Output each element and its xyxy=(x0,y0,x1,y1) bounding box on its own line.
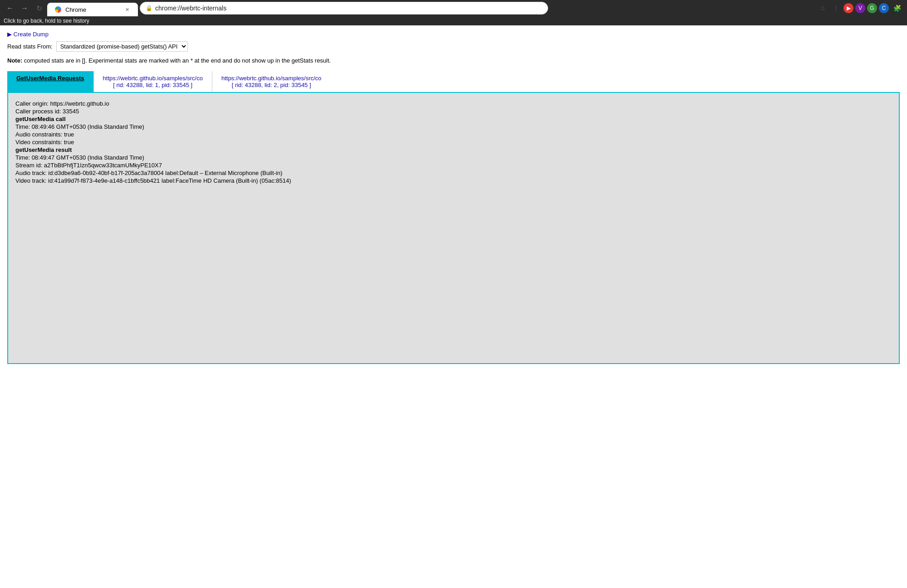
audio-constraints-line: Audio constraints: true xyxy=(15,131,892,138)
reload-button[interactable]: ↻ xyxy=(33,2,45,15)
extensions-puzzle-icon[interactable]: 🧩 xyxy=(891,2,903,15)
lock-icon: 🔒 xyxy=(146,5,152,11)
tab-link-1[interactable]: https://webrtc.github.io/samples/src/co … xyxy=(93,71,212,92)
tab-link-2-line2: [ rid: 43288, lid: 2, pid: 33545 ] xyxy=(232,82,311,88)
tooltip-bar: Click to go back, hold to see history xyxy=(0,16,907,25)
call-time-line: Time: 08:49:46 GMT+0530 (India Standard … xyxy=(15,123,892,130)
stream-id-line: Stream id: a2TbBtPhfjT1Izn5qwcw33tcamUMk… xyxy=(15,162,892,169)
audio-track-line: Audio track: id:d3dbe9a6-0b92-40bf-b17f-… xyxy=(15,170,892,176)
ext-icon-green[interactable]: G xyxy=(867,3,877,13)
call-time-label: Time: xyxy=(15,123,32,130)
tab-bar: ← → ↻ Chrome ✕ 🔒 chrome://webrtc-interna… xyxy=(0,0,907,16)
tab-link-1-line2: [ rid: 43288, lid: 1, pid: 33545 ] xyxy=(113,82,192,88)
caller-process-id-label: Caller process id: xyxy=(15,108,63,115)
browser-chrome: ← → ↻ Chrome ✕ 🔒 chrome://webrtc-interna… xyxy=(0,0,907,25)
tab-close-button[interactable]: ✕ xyxy=(123,6,131,13)
video-constraints-value: true xyxy=(64,139,74,146)
note-content: computed stats are in []. Experimental s… xyxy=(22,57,331,64)
ext-icon-red[interactable]: ▶ xyxy=(843,3,853,13)
get-user-media-result-label: getUserMedia result xyxy=(15,146,892,153)
tab-get-user-media[interactable]: GetUserMedia Requests xyxy=(7,71,93,92)
bookmark-icon[interactable]: ☆ xyxy=(816,2,829,15)
ext-icon-purple[interactable]: V xyxy=(855,3,865,13)
tab-link-1-line1: https://webrtc.github.io/samples/src/co xyxy=(103,75,203,82)
tab-link-2-line1: https://webrtc.github.io/samples/src/co xyxy=(221,75,321,82)
read-stats-label: Read stats From: xyxy=(7,43,53,50)
read-stats-row: Read stats From: Standardized (promise-b… xyxy=(7,41,900,52)
audio-constraints-value: true xyxy=(64,131,74,138)
video-track-value: id:41a99d7f-f873-4e9e-a148-c1bffc5bb421 … xyxy=(48,177,291,184)
caller-process-id-line: Caller process id: 33545 xyxy=(15,108,892,115)
caller-origin-line: Caller origin: https://webrtc.github.io xyxy=(15,100,892,107)
forward-button[interactable]: → xyxy=(18,2,31,15)
address-bar[interactable]: 🔒 chrome://webrtc-internals xyxy=(140,2,548,15)
video-track-line: Video track: id:41a99d7f-f873-4e9e-a148-… xyxy=(15,177,892,184)
audio-track-label: Audio track: xyxy=(15,170,48,176)
main-content: Caller origin: https://webrtc.github.io … xyxy=(7,92,900,364)
video-track-label: Video track: xyxy=(15,177,48,184)
back-button[interactable]: ← xyxy=(4,2,16,15)
create-dump-link[interactable]: ▶ Create Dump xyxy=(7,31,900,38)
tab-title: Chrome xyxy=(65,6,86,13)
get-user-media-call-label: getUserMedia call xyxy=(15,116,892,122)
video-constraints-label: Video constraints: xyxy=(15,139,64,146)
nav-actions: ☆ ⋮ ▶ V G C 🧩 xyxy=(816,2,903,15)
audio-constraints-label: Audio constraints: xyxy=(15,131,64,138)
url-text: chrome://webrtc-internals xyxy=(155,5,542,12)
tooltip-text: Click to go back, hold to see history xyxy=(4,18,89,24)
ext-icon-blue[interactable]: C xyxy=(879,3,889,13)
caller-origin-label: Caller origin: xyxy=(15,100,50,107)
tab-favicon xyxy=(54,6,62,13)
read-stats-select[interactable]: Standardized (promise-based) getStats() … xyxy=(56,41,188,52)
caller-process-id-value: 33545 xyxy=(63,108,79,115)
note-text: Note: computed stats are in []. Experime… xyxy=(7,57,900,64)
stream-id-label: Stream id: xyxy=(15,162,44,169)
settings-icon[interactable]: ⋮ xyxy=(830,2,843,15)
video-constraints-line: Video constraints: true xyxy=(15,139,892,146)
stream-id-value: a2TbBtPhfjT1Izn5qwcw33tcamUMkyPE10X7 xyxy=(44,162,162,169)
note-bold: Note: xyxy=(7,57,22,64)
extension-icons: ▶ V G C 🧩 xyxy=(843,2,903,15)
result-time-value: 08:49:47 GMT+0530 (India Standard Time) xyxy=(32,154,144,161)
call-time-value: 08:49:46 GMT+0530 (India Standard Time) xyxy=(32,123,144,130)
audio-track-value: id:d3dbe9a6-0b92-40bf-b17f-205ac3a78004 … xyxy=(48,170,282,176)
result-time-line: Time: 08:49:47 GMT+0530 (India Standard … xyxy=(15,154,892,161)
page-content: ▶ Create Dump Read stats From: Standardi… xyxy=(0,25,907,369)
caller-origin-value: https://webrtc.github.io xyxy=(50,100,109,107)
active-tab[interactable]: Chrome ✕ xyxy=(47,3,138,16)
result-time-label: Time: xyxy=(15,154,32,161)
tab-link-2[interactable]: https://webrtc.github.io/samples/src/co … xyxy=(212,71,330,92)
tabs-container: GetUserMedia Requests https://webrtc.git… xyxy=(7,71,900,92)
